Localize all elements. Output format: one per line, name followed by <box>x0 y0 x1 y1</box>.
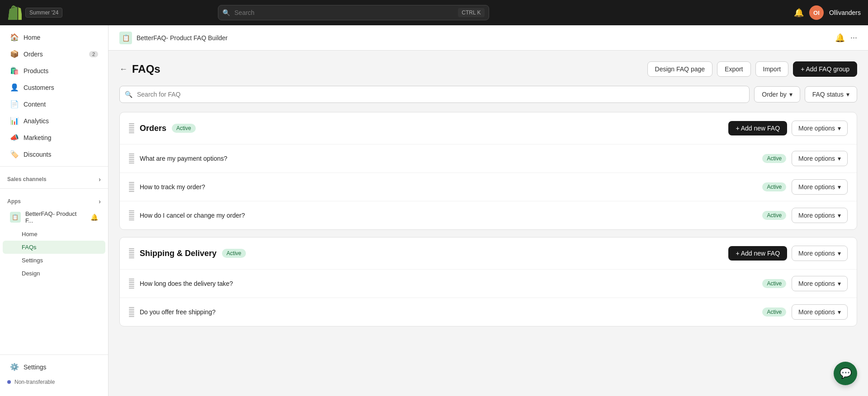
sidebar-item-orders[interactable]: 📦 Orders 2 <box>3 46 105 62</box>
apps-chevron-icon: › <box>99 198 101 205</box>
settings-label: Settings <box>24 363 47 371</box>
sidebar-subitem-settings[interactable]: Settings <box>3 254 105 267</box>
order-by-chevron-icon: ▾ <box>789 91 793 98</box>
search-input[interactable] <box>218 5 489 20</box>
more-options-chevron-icon: ▾ <box>838 125 841 132</box>
page-title: FAQs <box>132 63 160 75</box>
shipping-more-options-button[interactable]: More options ▾ <box>792 246 848 261</box>
app-betterfaq[interactable]: 📋 BetterFAQ- Product F... 🔔 <box>3 207 105 228</box>
faq-item-row: What are my payment options? Active More… <box>120 144 857 173</box>
order-by-button[interactable]: Order by ▾ <box>754 86 800 102</box>
analytics-icon: 📊 <box>10 116 19 125</box>
chat-button[interactable]: 💬 <box>834 362 857 385</box>
search-bar-wrap: 🔍 Order by ▾ FAQ status ▾ <box>119 86 857 103</box>
sidebar-item-label: Products <box>24 67 48 75</box>
sidebar-subitem-design[interactable]: Design <box>3 267 105 280</box>
drag-handle-item[interactable] <box>129 279 134 289</box>
search-field[interactable]: 🔍 <box>119 86 750 103</box>
shipping-add-faq-button[interactable]: + Add new FAQ <box>728 246 787 261</box>
shipping-group-status-badge: Active <box>222 249 246 258</box>
faq-item-more-options-button[interactable]: More options ▾ <box>792 208 848 223</box>
search-icon: 🔍 <box>222 9 230 16</box>
faq-item-actions: More options ▾ <box>792 179 848 195</box>
avatar[interactable]: OI <box>809 5 824 20</box>
sub-item-label: FAQs <box>22 244 37 251</box>
sidebar-item-settings[interactable]: ⚙️ Settings <box>3 359 105 375</box>
app-bell-icon[interactable]: 🔔 <box>90 214 98 221</box>
faq-item-more-options-button[interactable]: More options ▾ <box>792 151 848 166</box>
chat-icon: 💬 <box>840 368 852 379</box>
faq-item-row: How long does the delivery take? Active … <box>120 270 857 298</box>
import-button[interactable]: Import <box>755 61 789 77</box>
sidebar-item-content[interactable]: 📄 Content <box>3 96 105 112</box>
drag-handle-item[interactable] <box>129 182 134 192</box>
faq-item-more-options-button[interactable]: More options ▾ <box>792 179 848 195</box>
export-button[interactable]: Export <box>717 61 750 77</box>
faq-item-status-badge: Active <box>762 154 786 163</box>
faq-search-input[interactable] <box>119 86 750 103</box>
sub-item-label: Home <box>22 231 38 238</box>
search-shortcut: CTRL K <box>458 8 484 17</box>
shopify-logo-wrap: Summer '24 <box>7 5 62 20</box>
app-name-label: BetterFAQ- Product F... <box>25 210 86 224</box>
sidebar-item-label: Discounts <box>24 151 51 158</box>
drag-handle-item[interactable] <box>129 210 134 220</box>
topbar-badge: Summer '24 <box>25 8 62 18</box>
sales-channels-label: Sales channels <box>7 176 47 182</box>
topbar-search[interactable]: 🔍 CTRL K <box>218 5 489 20</box>
faq-item-actions: More options ▾ <box>792 151 848 166</box>
sidebar-subitem-faqs[interactable]: FAQs <box>3 241 105 254</box>
orders-group-status-badge: Active <box>172 124 196 133</box>
non-transferable: Non-transferable <box>0 375 108 389</box>
orders-group-actions: + Add new FAQ More options ▾ <box>728 121 848 136</box>
design-faq-page-button[interactable]: Design FAQ page <box>647 61 713 77</box>
sidebar-subitem-home[interactable]: Home <box>3 228 105 241</box>
app-bell-icon[interactable]: 🔔 <box>835 33 845 43</box>
sidebar-item-label: Orders <box>24 51 43 58</box>
chevron-down-icon: ▾ <box>838 212 841 219</box>
faq-item-status-badge: Active <box>762 307 786 317</box>
topbar-right: 🔔 OI Ollivanders <box>794 5 861 20</box>
faq-question: How long does the delivery take? <box>140 280 757 287</box>
more-options-chevron-icon: ▾ <box>838 250 841 257</box>
orders-icon: 📦 <box>10 50 19 58</box>
faq-item-more-options-button[interactable]: More options ▾ <box>792 276 848 291</box>
apps-header[interactable]: Apps › <box>0 192 108 207</box>
faq-group-shipping: Shipping & Delivery Active + Add new FAQ… <box>119 237 857 326</box>
sidebar-item-home[interactable]: 🏠 Home <box>3 29 105 46</box>
sidebar-item-marketing[interactable]: 📣 Marketing <box>3 129 105 146</box>
orders-add-faq-button[interactable]: + Add new FAQ <box>728 121 787 135</box>
faq-question: How to track my order? <box>140 183 757 191</box>
faq-item-more-options-button[interactable]: More options ▾ <box>792 304 848 320</box>
app-more-icon[interactable]: ··· <box>850 33 857 42</box>
faq-status-chevron-icon: ▾ <box>846 91 849 98</box>
faq-item-row: How to track my order? Active More optio… <box>120 173 857 201</box>
notification-bell-icon[interactable]: 🔔 <box>794 8 804 18</box>
orders-more-options-button[interactable]: More options ▾ <box>792 121 848 136</box>
drag-handle-shipping[interactable] <box>129 248 134 258</box>
back-arrow-icon[interactable]: ← <box>119 65 127 74</box>
faq-item-actions: More options ▾ <box>792 208 848 223</box>
sales-channels-chevron-icon: › <box>99 176 101 183</box>
page-actions: Design FAQ page Export Import + Add FAQ … <box>647 61 857 77</box>
main-content: ← FAQs Design FAQ page Export Import + A… <box>108 51 868 396</box>
app-header-left: 📋 BetterFAQ- Product FAQ Builder <box>119 32 228 44</box>
sidebar-item-discounts[interactable]: 🏷️ Discounts <box>3 146 105 163</box>
apps-label: Apps <box>7 198 21 205</box>
drag-handle-item[interactable] <box>129 154 134 163</box>
drag-handle-orders[interactable] <box>129 123 134 133</box>
sidebar-item-products[interactable]: 🛍️ Products <box>3 62 105 79</box>
faq-status-button[interactable]: FAQ status ▾ <box>805 86 857 102</box>
faq-item-actions: More options ▾ <box>792 276 848 291</box>
drag-handle-item[interactable] <box>129 307 134 317</box>
faq-item-status-badge: Active <box>762 182 786 191</box>
add-faq-group-button[interactable]: + Add FAQ group <box>793 61 857 77</box>
sidebar-item-customers[interactable]: 👤 Customers <box>3 79 105 96</box>
faq-question: Do you offer free shipping? <box>140 308 757 316</box>
app-header-icon: 📋 <box>119 32 132 44</box>
faq-group-orders: Orders Active + Add new FAQ More options… <box>119 112 857 230</box>
sidebar-item-label: Customers <box>24 84 54 91</box>
sales-channels-header[interactable]: Sales channels › <box>0 170 108 185</box>
faq-group-shipping-header: Shipping & Delivery Active + Add new FAQ… <box>120 238 857 270</box>
sidebar-item-analytics[interactable]: 📊 Analytics <box>3 112 105 129</box>
